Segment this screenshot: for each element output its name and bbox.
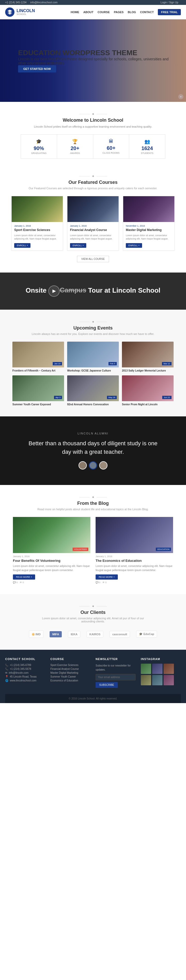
newsletter-email-input[interactable] [96,674,136,680]
footer-contact-title: CONTACT SCHOOL [5,657,45,660]
nav-about[interactable]: ABOUT [83,11,93,14]
hero-cta-button[interactable]: GET STARTED NOW [18,65,56,72]
footer-course-item-0[interactable]: Sport Exercise Sciences [50,663,90,667]
course-desc-1: Lorem ipsum dolor sit amet, consectetur … [70,234,116,241]
client-logo-text-imd: ◉ IMD [29,630,43,638]
event-badge-5: Jun 22 [162,396,172,399]
clients-section: ✦ Our Clients Lorem ipsum dolor sit amet… [0,594,186,650]
welcome-title: Welcome to Lincoln School [8,118,178,123]
footer-course-item-2[interactable]: Master Digital Marketing [50,671,90,674]
blog-card-1: EDUCATION January 1, 2016 The Economics … [96,517,173,584]
client-logo-edu: 🎓 EduCap [136,629,157,640]
web-icon: 🌐 [5,679,8,682]
event-title-3: Summer Youth Career Exposed [13,403,64,406]
logo-text: LINCOLN [16,9,35,13]
events-grid: Jan 10 Frontiers of Fifteenth – Century … [5,342,181,406]
nav-links: HOME ABOUT COURSE PAGES BLOG CONTACT FRE… [71,9,181,15]
footer-newsletter-text: Subscribe to our newsletter for updates. [96,663,136,672]
course-date-0: January 1, 2016 [14,224,60,227]
event-title-2: 2013 Sally Ledger Memorial Lecture [122,369,173,372]
courses-section: ✦ Our Featured Courses Our Featured Cour… [0,164,186,272]
stat-classrooms: 🏛 60+ CLASS ROOMS [93,135,130,159]
event-badge-2: Mar 12 [162,362,172,365]
nav-pages[interactable]: PAGES [114,11,124,14]
campus-play-button[interactable]: ▶ [48,285,60,297]
insta-thumb-1[interactable] [152,663,162,674]
event-img-3: Apr 3 [13,375,64,401]
nav-contact[interactable]: CONTACT [140,11,154,14]
clients-title: Our Clients [5,610,181,615]
topbar: +1 (214) 345-1234 info@lincolnschool.com… [0,0,186,5]
avatar-1 [79,461,87,469]
course-img-2 [123,196,175,222]
nav-course[interactable]: COURSE [98,11,110,14]
blog-card-0: VOLUNTEER January 1, 2016 Four Benefits … [13,517,90,584]
footer-newsletter-title: NEWSLETTER [96,657,136,660]
event-badge-0: Jan 10 [53,362,62,365]
course-title-0: Sport Exercise Sciences [14,228,60,232]
client-logo-casc: casconsult [109,629,130,640]
event-img-2: Mar 12 [122,342,173,368]
nav-home[interactable]: HOME [71,11,79,14]
course-enroll-1[interactable]: ENROLL + [70,243,86,248]
insta-thumb-2[interactable] [164,663,174,674]
event-title-5: Senior Prom Night at Lincoln [122,403,173,406]
event-card-2: Mar 12 2013 Sally Ledger Memorial Lectur… [122,342,173,372]
insta-thumb-4[interactable] [152,675,162,685]
quote-label: LINCOLN ALUMNI [10,432,176,435]
event-card-3: Apr 3 Summer Youth Career Exposed [13,375,64,406]
view-all-button[interactable]: VIEW ALL COURSE [77,256,109,262]
insta-thumb-0[interactable] [141,663,151,674]
hero-description: Lincoln is our best WordPress theme desi… [18,57,176,65]
campus-tour-section: Onsite ▶Campus Tour at Lincoln School [0,272,186,310]
courses-title: Our Featured Courses [5,180,181,185]
newsletter-subscribe-button[interactable]: SUBSCRIBE [96,682,118,688]
footer-course-item-4[interactable]: Economics of Education [50,679,90,682]
blog-grid: VOLUNTEER January 1, 2016 Four Benefits … [5,517,181,584]
course-enroll-0[interactable]: ENROLL + [14,243,30,248]
logo-icon [5,8,14,17]
event-badge-1: Feb 5 [109,362,117,365]
course-body-2: November 1, 2016 Master Digital Marketin… [123,222,175,250]
blog-desc-1: Lorem ipsum dolor sit amet, consectetur … [96,564,173,573]
play-icon[interactable]: ▶ [48,285,60,297]
stat-classrooms-value: 60+ [96,145,127,151]
blog-read-more-1[interactable]: READ MORE + [96,574,118,580]
view-all-courses: VIEW ALL COURSE [5,256,181,262]
footer-grid: CONTACT SCHOOL 📞 +1 (214) 345-6789 📞 +1 … [5,657,181,688]
nav-cta[interactable]: FREE TRIAL [158,9,181,15]
welcome-section: ✦ Welcome to Lincoln School Lincoln Scho… [0,102,186,164]
event-card-1: Feb 5 Workshop: GCSE Japanese Culture [67,342,119,372]
event-title-4: 92nd Annual Honors Convocation [67,403,119,406]
blog-post-title-1: The Economics of Education [96,559,173,563]
events-subtitle: Lincoln always has an event for you. Exp… [5,332,181,336]
campus-tour-title: Onsite ▶Campus Tour at Lincoln School [10,285,176,297]
courses-subtitle: Our Featured Courses are selected throug… [5,187,181,190]
insta-thumb-5[interactable] [164,675,174,685]
nav-blog[interactable]: BLOG [128,11,136,14]
login-link[interactable]: Login / Sign Up [161,1,178,4]
footer-contact-email: ✉ info@lincoln.com [5,671,45,674]
stat-graduating-label: GRADUATING [24,152,54,154]
stat-awards-label: AWARDS [60,152,90,154]
course-body-1: January 1, 2016 Financial Analyst Course… [67,222,119,250]
insta-thumb-3[interactable] [141,675,151,685]
events-title: Upcoming Events [5,325,181,331]
hero-content: EDUCATION WORDPRESS THEME Lincoln is our… [8,49,186,72]
stat-awards: 🏆 20+ AWARDS [57,135,93,159]
course-enroll-2[interactable]: ENROLL + [126,243,142,248]
footer-col-instagram: INSTAGRAM [141,657,181,688]
footer-course-item-1[interactable]: Financial Analyst Course [50,668,90,670]
client-logo-kairos: KAIROS [87,629,103,640]
footer-course-item-3[interactable]: Summer Youth Career [50,675,90,678]
quote-avatars [10,461,176,469]
event-img-4: May 18 [67,375,119,401]
footer-contact-address: 📍 45 Lincoln Road, Texas [5,675,45,678]
course-img-1 [67,196,119,222]
blog-title: From the Blog [5,501,181,506]
hero-title: EDUCATION WORDPRESS THEME [18,49,176,57]
course-desc-0: Lorem ipsum dolor sit amet, consectetur … [14,234,60,241]
blog-read-more-0[interactable]: READ MORE + [13,574,35,580]
location-icon: 📍 [5,675,8,678]
event-badge-4: May 18 [107,396,117,399]
